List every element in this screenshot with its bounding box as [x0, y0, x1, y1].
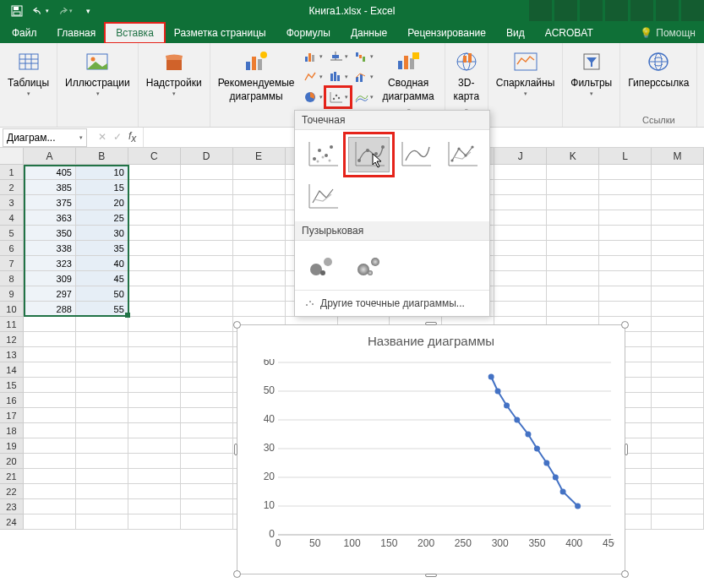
cell[interactable]: [24, 362, 76, 378]
cell[interactable]: [181, 347, 233, 362]
cell[interactable]: [494, 180, 547, 195]
tables-button[interactable]: Таблицы ▾: [4, 46, 52, 101]
cell[interactable]: [233, 271, 286, 286]
cell[interactable]: [76, 317, 128, 332]
column-header[interactable]: M: [652, 148, 704, 165]
row-header[interactable]: 12: [0, 332, 24, 347]
cell[interactable]: [24, 332, 76, 347]
row-header[interactable]: 13: [0, 347, 24, 362]
cell[interactable]: 45: [76, 271, 128, 286]
cell[interactable]: [128, 362, 181, 378]
cell[interactable]: [652, 347, 704, 362]
row-header[interactable]: 21: [0, 469, 24, 484]
cell[interactable]: [76, 454, 128, 469]
cell[interactable]: [494, 241, 547, 256]
resize-handle[interactable]: [621, 570, 629, 578]
cell[interactable]: [181, 226, 233, 241]
cell[interactable]: [128, 165, 181, 180]
cell[interactable]: 50: [76, 286, 128, 302]
tab-home[interactable]: Главная: [47, 23, 106, 43]
scatter-markers-option[interactable]: [302, 137, 343, 172]
qat-customize-icon[interactable]: ▾: [79, 3, 96, 19]
select-all-corner[interactable]: [0, 148, 24, 165]
cell[interactable]: [652, 241, 704, 256]
cell[interactable]: [652, 438, 704, 454]
cell[interactable]: [652, 165, 704, 180]
cell[interactable]: [652, 484, 704, 499]
cell[interactable]: [128, 514, 181, 530]
cell[interactable]: [128, 180, 181, 195]
cell[interactable]: [652, 454, 704, 469]
cell[interactable]: [599, 180, 652, 195]
row-header[interactable]: 18: [0, 423, 24, 438]
fx-icon[interactable]: fx: [128, 130, 136, 144]
cell[interactable]: 288: [24, 302, 76, 317]
cell[interactable]: [652, 302, 704, 317]
cell[interactable]: [24, 454, 76, 469]
resize-handle[interactable]: [233, 570, 241, 578]
cell[interactable]: [76, 484, 128, 499]
pie-chart-button[interactable]: ▾: [301, 88, 325, 106]
cell[interactable]: [181, 514, 233, 530]
cell[interactable]: 405: [24, 165, 76, 180]
cell[interactable]: [76, 438, 128, 454]
column-header[interactable]: J: [494, 148, 547, 165]
line-chart-button[interactable]: ▾: [301, 68, 325, 86]
cell[interactable]: [652, 378, 704, 393]
cell[interactable]: [181, 271, 233, 286]
cell[interactable]: [547, 210, 599, 226]
row-header[interactable]: 11: [0, 317, 24, 332]
cell[interactable]: [24, 408, 76, 423]
cell[interactable]: [128, 347, 181, 362]
chart-plot-area[interactable]: 0102030405060050100150200250300350400450: [263, 359, 613, 548]
cell[interactable]: [181, 317, 233, 332]
tab-insert[interactable]: Вставка: [106, 23, 164, 43]
cell[interactable]: [547, 226, 599, 241]
cell[interactable]: [181, 454, 233, 469]
fx-enter-icon[interactable]: ✓: [113, 131, 122, 143]
cell[interactable]: [652, 317, 704, 332]
illustrations-button[interactable]: Иллюстрации ▾: [62, 46, 134, 101]
row-header[interactable]: 22: [0, 484, 24, 499]
resize-handle[interactable]: [425, 322, 437, 325]
cell[interactable]: [181, 286, 233, 302]
column-header[interactable]: K: [547, 148, 599, 165]
bubble-3d-option[interactable]: [349, 248, 391, 283]
cell[interactable]: [76, 469, 128, 484]
cell[interactable]: [24, 514, 76, 530]
tab-acrobat[interactable]: ACROBAT: [535, 23, 603, 43]
cell[interactable]: [599, 210, 652, 226]
tab-file[interactable]: Файл: [2, 23, 47, 43]
hierarchy-chart-button[interactable]: ▾: [326, 47, 350, 66]
row-header[interactable]: 15: [0, 378, 24, 393]
cell[interactable]: 15: [76, 180, 128, 195]
cell[interactable]: [128, 210, 181, 226]
cell[interactable]: [599, 256, 652, 271]
scatter-smooth-markers-option[interactable]: [348, 137, 390, 172]
cell[interactable]: [128, 332, 181, 347]
cell[interactable]: [128, 256, 181, 271]
combo-chart-button[interactable]: ▾: [352, 68, 375, 86]
cell[interactable]: 338: [24, 241, 76, 256]
more-scatter-charts[interactable]: Другие точечные диаграммы...: [295, 290, 489, 316]
cell[interactable]: 297: [24, 286, 76, 302]
cell[interactable]: [76, 408, 128, 423]
cell[interactable]: 385: [24, 180, 76, 195]
waterfall-chart-button[interactable]: ▾: [352, 47, 375, 66]
row-header[interactable]: 16: [0, 393, 24, 408]
cell[interactable]: [652, 423, 704, 438]
tab-formulas[interactable]: Формулы: [276, 23, 341, 43]
cell[interactable]: [128, 241, 181, 256]
cell[interactable]: [181, 362, 233, 378]
cell[interactable]: [181, 393, 233, 408]
cell[interactable]: [76, 332, 128, 347]
cell[interactable]: [652, 514, 704, 530]
row-header[interactable]: 24: [0, 514, 24, 530]
row-header[interactable]: 6: [0, 241, 24, 256]
cell[interactable]: [128, 454, 181, 469]
cell[interactable]: [181, 210, 233, 226]
cell[interactable]: [181, 484, 233, 499]
cell[interactable]: [128, 408, 181, 423]
cell[interactable]: [128, 393, 181, 408]
cell[interactable]: [128, 499, 181, 514]
